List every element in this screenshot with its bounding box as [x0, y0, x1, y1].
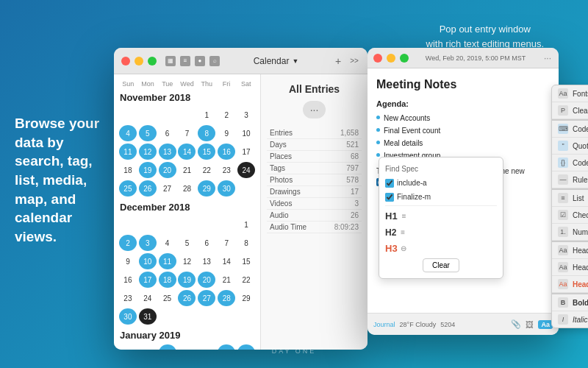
cal-cell[interactable]: 3 — [198, 344, 215, 350]
notes-maximize-button[interactable] — [400, 54, 409, 63]
search-icon[interactable]: ⌕ — [209, 56, 220, 66]
cal-cell[interactable]: 24 — [237, 162, 255, 178]
cal-cell[interactable]: 20 — [159, 162, 176, 178]
cal-cell[interactable]: 26 — [139, 180, 157, 197]
cal-cell[interactable]: 18 — [119, 162, 137, 178]
cal-cell[interactable]: 2 — [119, 235, 137, 251]
cal-cell[interactable]: 7 — [218, 235, 235, 251]
cal-cell[interactable]: 7 — [178, 125, 196, 141]
cal-cell[interactable]: 20 — [198, 272, 215, 288]
clear-button[interactable]: Clear — [423, 258, 459, 272]
cal-cell[interactable]: 31 — [139, 308, 157, 325]
cal-cell[interactable]: 23 — [119, 290, 137, 306]
cal-cell[interactable]: 19 — [139, 162, 157, 178]
cal-cell[interactable]: 28 — [178, 180, 196, 197]
cal-cell[interactable]: 22 — [237, 272, 255, 288]
format-rule-line[interactable]: — Rule Line — [552, 171, 588, 188]
cal-cell[interactable]: 4 — [119, 125, 137, 141]
cal-cell[interactable]: 24 — [139, 290, 157, 306]
cal-cell[interactable]: 10 — [139, 253, 157, 269]
format-header1[interactable]: Aa Header 1 — [552, 241, 588, 259]
cal-cell[interactable]: 12 — [178, 253, 196, 269]
format-check-list[interactable]: ☑ Check List — [552, 207, 588, 224]
cal-cell[interactable]: 16 — [218, 144, 235, 160]
cal-cell[interactable]: 4 — [218, 344, 235, 350]
more-options-button[interactable]: >> — [348, 55, 360, 67]
format-italic[interactable]: I Italic — [552, 311, 588, 328]
format-header2[interactable]: Aa Header 2 — [552, 259, 588, 276]
cal-cell[interactable]: 13 — [198, 253, 215, 269]
cal-cell[interactable]: 4 — [159, 235, 176, 251]
cal-cell[interactable]: 29 — [198, 180, 215, 197]
cal-cell[interactable]: 27 — [159, 180, 176, 197]
cal-cell[interactable]: 6 — [159, 125, 176, 141]
format-quote-block[interactable]: " Quote Block — [552, 138, 588, 155]
cal-cell[interactable]: 2 — [178, 344, 196, 350]
cal-cell[interactable]: 30 — [218, 180, 235, 197]
cal-cell[interactable]: 6 — [198, 235, 215, 251]
cal-cell[interactable]: 10 — [237, 125, 255, 141]
cal-cell[interactable]: 22 — [198, 162, 215, 178]
cal-cell[interactable]: 2 — [218, 107, 235, 123]
format-header3[interactable]: Aa Header 3 — [552, 276, 588, 293]
cal-cell[interactable]: 9 — [218, 125, 235, 141]
cal-cell[interactable]: 21 — [218, 272, 235, 288]
cal-cell[interactable]: 11 — [119, 144, 137, 160]
cal-cell[interactable]: 15 — [198, 144, 215, 160]
cal-cell[interactable]: 5 — [178, 235, 196, 251]
cal-cell[interactable]: 26 — [178, 290, 196, 306]
cal-cell[interactable]: 23 — [218, 162, 235, 178]
cal-cell[interactable]: 16 — [119, 272, 137, 288]
cal-cell[interactable]: 17 — [237, 144, 255, 160]
format-code-block[interactable]: {} Code Block — [552, 155, 588, 171]
cal-cell[interactable]: 28 — [218, 290, 235, 306]
cal-cell[interactable]: 15 — [237, 253, 255, 269]
cal-cell[interactable]: 1 — [198, 107, 215, 123]
notes-close-button[interactable] — [373, 54, 382, 63]
cal-cell[interactable]: 11 — [159, 253, 176, 269]
notes-body[interactable]: Meeting Notes Agenda: New Accounts Final… — [368, 68, 559, 313]
find-checkbox-1[interactable] — [385, 179, 394, 188]
cal-cell[interactable]: 27 — [198, 290, 215, 306]
close-button[interactable] — [121, 57, 130, 66]
cal-cell[interactable]: 9 — [119, 253, 137, 269]
cal-cell[interactable]: 5 — [139, 125, 157, 141]
cal-cell[interactable]: 1 — [237, 216, 255, 233]
entries-more-button[interactable]: ··· — [303, 101, 326, 118]
attachment-icon[interactable]: 📎 — [511, 319, 521, 329]
cal-cell[interactable]: 3 — [237, 107, 255, 123]
format-list[interactable]: ≡ List — [552, 188, 588, 207]
format-code-span[interactable]: ⌨ Code Span — [552, 119, 588, 138]
cal-cell[interactable]: 8 — [198, 125, 215, 141]
cal-cell[interactable]: 8 — [237, 235, 255, 251]
minimize-button[interactable] — [135, 57, 143, 66]
filter-icon[interactable]: ≡ — [180, 56, 190, 66]
cal-cell[interactable]: 5 — [237, 344, 255, 350]
format-bold[interactable]: B Bold — [552, 293, 588, 311]
format-numbered-list[interactable]: 1. Numbered List — [552, 224, 588, 241]
theme-icon[interactable]: ● — [195, 56, 205, 66]
cal-cell[interactable]: 21 — [178, 162, 196, 178]
cal-cell[interactable]: 17 — [139, 272, 157, 288]
notes-minimize-button[interactable] — [387, 54, 395, 63]
notes-more-icon[interactable]: ··· — [542, 53, 553, 63]
cal-cell[interactable]: 25 — [119, 180, 137, 197]
cal-cell[interactable]: 14 — [218, 253, 235, 269]
cal-cell[interactable]: 29 — [237, 290, 255, 306]
format-fonts[interactable]: Aa Fonts... — [552, 85, 588, 102]
cal-cell[interactable]: 30 — [119, 308, 137, 325]
calendar-view-icon[interactable]: ▦ — [165, 56, 176, 66]
maximize-button[interactable] — [148, 57, 157, 66]
cal-cell[interactable]: 13 — [159, 144, 176, 160]
cal-cell[interactable]: 12 — [139, 144, 157, 160]
format-clear[interactable]: P Clear — [552, 102, 588, 119]
cal-cell[interactable]: 19 — [178, 272, 196, 288]
cal-cell[interactable]: 25 — [159, 290, 176, 306]
cal-cell[interactable]: 1 — [159, 344, 176, 350]
photo-icon[interactable]: 🖼 — [526, 320, 534, 329]
add-entry-button[interactable]: + — [332, 55, 344, 67]
cal-cell[interactable]: 14 — [178, 144, 196, 160]
find-checkbox-2[interactable] — [385, 193, 394, 202]
cal-cell[interactable]: 18 — [159, 272, 176, 288]
cal-cell[interactable]: 3 — [139, 235, 157, 251]
